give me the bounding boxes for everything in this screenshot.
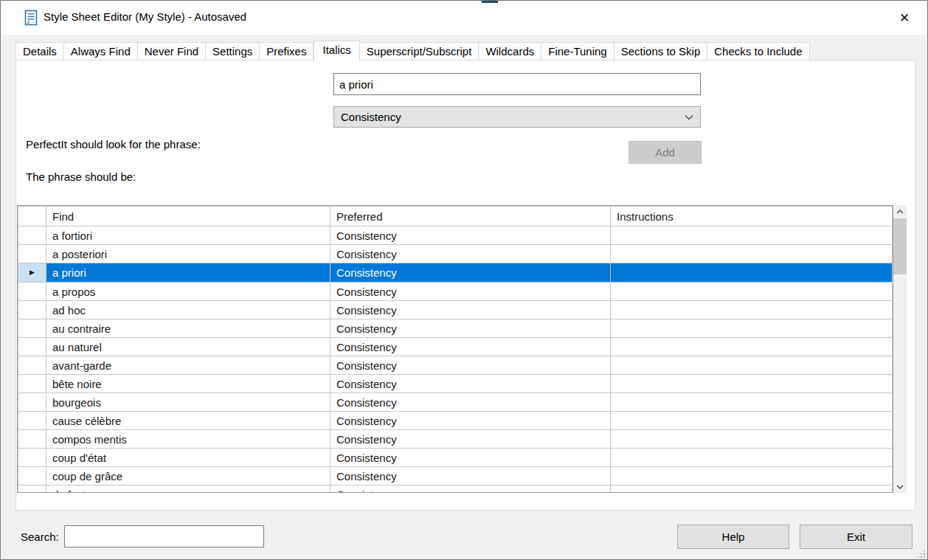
instructions-cell[interactable] [611, 449, 893, 467]
preferred-cell[interactable]: Consistency [330, 412, 611, 430]
row-marker-cell[interactable] [18, 245, 46, 263]
table-row[interactable]: de factoConsistency [18, 485, 893, 494]
phrase-input[interactable] [333, 73, 701, 95]
preferred-cell[interactable]: Consistency [330, 485, 611, 494]
preferred-cell[interactable]: Consistency [330, 301, 611, 319]
find-cell[interactable]: avant-garde [46, 356, 330, 375]
row-marker-cell[interactable] [18, 301, 46, 319]
find-cell[interactable]: coup de grâce [46, 467, 330, 485]
table-row[interactable]: bête noireConsistency [18, 375, 893, 393]
preferred-cell[interactable]: Consistency [330, 467, 611, 485]
instructions-cell[interactable] [611, 467, 893, 485]
table-row[interactable]: au naturelConsistency [18, 338, 893, 356]
find-cell[interactable]: ad hoc [46, 301, 330, 319]
find-cell[interactable]: de facto [46, 485, 330, 494]
find-cell[interactable]: bête noire [46, 375, 330, 393]
find-cell[interactable]: compos mentis [46, 430, 330, 449]
instructions-cell[interactable] [611, 245, 893, 263]
preferred-cell[interactable]: Consistency [330, 227, 611, 245]
tab-checks-to-include[interactable]: Checks to Include [707, 42, 809, 61]
table-scrollbar[interactable] [893, 205, 907, 493]
scrollbar-thumb[interactable] [893, 218, 907, 274]
table-row[interactable]: ad hocConsistency [18, 301, 893, 319]
row-marker-cell[interactable] [18, 485, 46, 494]
row-marker-cell[interactable] [18, 375, 46, 393]
table-row[interactable]: au contraireConsistency [18, 319, 893, 338]
row-marker-cell[interactable] [18, 412, 46, 430]
find-cell[interactable]: coup d'état [46, 449, 330, 467]
instructions-cell[interactable] [611, 301, 893, 319]
tab-always-find[interactable]: Always Find [64, 42, 138, 61]
row-marker-cell[interactable] [18, 430, 46, 449]
instructions-cell[interactable] [611, 283, 893, 301]
find-cell[interactable]: bourgeois [46, 393, 330, 412]
preferred-cell[interactable]: Consistency [330, 449, 611, 467]
instructions-cell[interactable] [611, 263, 893, 283]
find-cell[interactable]: cause célèbre [46, 412, 330, 430]
instructions-cell[interactable] [611, 375, 893, 393]
preferred-column-header[interactable]: Preferred [330, 207, 611, 227]
phrase-type-dropdown[interactable]: Consistency [333, 106, 701, 128]
preferred-cell[interactable]: Consistency [330, 393, 611, 412]
row-marker-cell[interactable] [18, 338, 46, 356]
row-marker-cell[interactable] [18, 393, 46, 412]
row-marker-cell[interactable] [18, 356, 46, 375]
tab-sections-to-skip[interactable]: Sections to Skip [614, 42, 708, 61]
scrollbar-up-icon[interactable] [893, 205, 907, 218]
tab-settings[interactable]: Settings [206, 42, 260, 61]
tab-wildcards[interactable]: Wildcards [479, 42, 541, 61]
tab-prefixes[interactable]: Prefixes [260, 42, 314, 61]
find-cell[interactable]: a propos [46, 283, 330, 301]
table-row[interactable]: a posterioriConsistency [18, 245, 893, 263]
preferred-cell[interactable]: Consistency [330, 245, 611, 263]
instructions-cell[interactable] [611, 485, 893, 494]
row-marker-cell[interactable] [18, 283, 46, 301]
table-row[interactable]: avant-gardeConsistency [18, 356, 893, 375]
tab-never-find[interactable]: Never Find [138, 42, 206, 61]
find-cell[interactable]: a posteriori [46, 245, 330, 263]
scrollbar-down-icon[interactable] [893, 480, 907, 493]
find-column-header[interactable]: Find [46, 207, 330, 227]
instructions-cell[interactable] [611, 338, 893, 356]
instructions-cell[interactable] [611, 412, 893, 430]
instructions-cell[interactable] [611, 393, 893, 412]
instructions-column-header[interactable]: Instructions [611, 207, 893, 227]
find-cell[interactable]: a fortiori [46, 227, 330, 245]
find-cell[interactable]: au naturel [46, 338, 330, 356]
instructions-cell[interactable] [611, 227, 893, 245]
table-row[interactable]: cause célèbreConsistency [18, 412, 893, 430]
table-row[interactable]: a proposConsistency [18, 283, 893, 301]
exit-button[interactable]: Exit [800, 525, 913, 549]
row-marker-cell[interactable] [18, 449, 46, 467]
preferred-cell[interactable]: Consistency [330, 356, 611, 375]
table-row[interactable]: compos mentisConsistency [18, 430, 893, 449]
tab-details[interactable]: Details [15, 42, 64, 61]
row-marker-cell[interactable] [18, 319, 46, 338]
tab-superscript-subscript[interactable]: Superscript/Subscript [360, 42, 479, 61]
preferred-cell[interactable]: Consistency [330, 263, 611, 283]
close-button[interactable]: ✕ [895, 8, 914, 27]
preferred-cell[interactable]: Consistency [330, 338, 611, 356]
add-button[interactable]: Add [629, 141, 702, 164]
instructions-cell[interactable] [611, 430, 893, 449]
table-row[interactable]: a fortioriConsistency [18, 227, 893, 245]
table-row[interactable]: ▶a prioriConsistency [18, 263, 893, 283]
row-marker-cell[interactable]: ▶ [18, 263, 46, 283]
table-row[interactable]: bourgeoisConsistency [18, 393, 893, 412]
preferred-cell[interactable]: Consistency [330, 430, 611, 449]
find-cell[interactable]: au contraire [46, 319, 330, 338]
help-button[interactable]: Help [677, 525, 789, 549]
preferred-cell[interactable]: Consistency [330, 319, 611, 338]
preferred-cell[interactable]: Consistency [330, 375, 611, 393]
tab-fine-tuning[interactable]: Fine-Tuning [541, 42, 614, 61]
preferred-cell[interactable]: Consistency [330, 283, 611, 301]
instructions-cell[interactable] [611, 356, 893, 375]
tab-italics[interactable]: Italics [314, 41, 359, 61]
resize-grip[interactable] [916, 548, 926, 558]
find-cell[interactable]: a priori [46, 263, 330, 283]
row-marker-cell[interactable] [18, 227, 46, 245]
instructions-cell[interactable] [611, 319, 893, 338]
table-row[interactable]: coup de grâceConsistency [18, 467, 893, 485]
row-marker-cell[interactable] [18, 467, 46, 485]
table-row[interactable]: coup d'étatConsistency [18, 449, 893, 467]
